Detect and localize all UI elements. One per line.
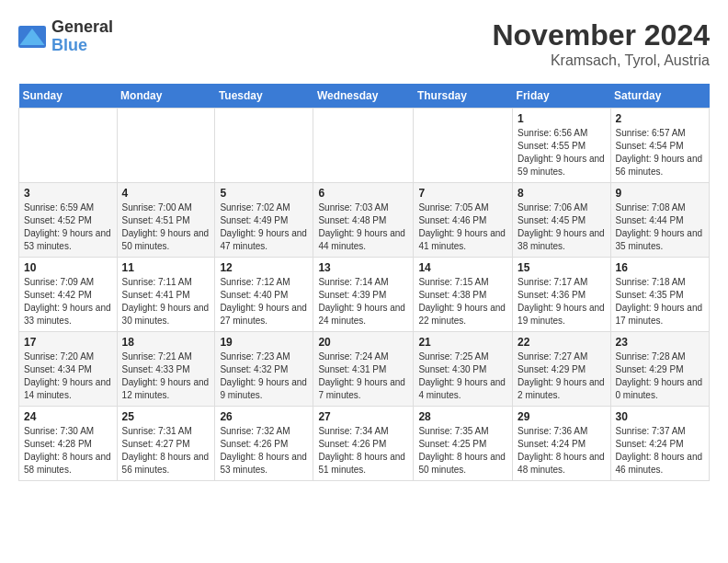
title-area: November 2024 Kramsach, Tyrol, Austria — [492, 18, 710, 69]
day-info: Sunrise: 7:24 AM Sunset: 4:31 PM Dayligh… — [318, 350, 408, 402]
day-info: Sunrise: 7:09 AM Sunset: 4:42 PM Dayligh… — [24, 276, 112, 327]
day-info: Sunrise: 7:14 AM Sunset: 4:39 PM Dayligh… — [318, 276, 408, 327]
calendar-day-cell: 18Sunrise: 7:21 AM Sunset: 4:33 PM Dayli… — [117, 332, 215, 407]
calendar-day-cell: 25Sunrise: 7:31 AM Sunset: 4:27 PM Dayli… — [117, 407, 215, 481]
day-info: Sunrise: 7:08 AM Sunset: 4:44 PM Dayligh… — [616, 201, 704, 253]
day-info: Sunrise: 7:35 AM Sunset: 4:25 PM Dayligh… — [418, 425, 507, 477]
day-number: 21 — [418, 336, 507, 349]
day-number: 9 — [616, 187, 704, 200]
logo-text: GeneralBlue — [51, 18, 113, 55]
calendar-day-cell: 7Sunrise: 7:05 AM Sunset: 4:46 PM Daylig… — [414, 183, 513, 258]
calendar-day-cell: 4Sunrise: 7:00 AM Sunset: 4:51 PM Daylig… — [117, 183, 215, 258]
calendar-day-cell: 21Sunrise: 7:25 AM Sunset: 4:30 PM Dayli… — [414, 332, 513, 407]
day-info: Sunrise: 7:32 AM Sunset: 4:26 PM Dayligh… — [220, 425, 308, 477]
calendar-day-cell: 20Sunrise: 7:24 AM Sunset: 4:31 PM Dayli… — [313, 332, 414, 407]
day-info: Sunrise: 7:28 AM Sunset: 4:29 PM Dayligh… — [616, 350, 704, 402]
calendar-day-cell: 16Sunrise: 7:18 AM Sunset: 4:35 PM Dayli… — [610, 258, 709, 332]
calendar-week-row: 1Sunrise: 6:56 AM Sunset: 4:55 PM Daylig… — [19, 109, 710, 183]
calendar-day-cell: 9Sunrise: 7:08 AM Sunset: 4:44 PM Daylig… — [610, 183, 709, 258]
calendar-table: SundayMondayTuesdayWednesdayThursdayFrid… — [18, 84, 710, 481]
calendar-day-cell: 10Sunrise: 7:09 AM Sunset: 4:42 PM Dayli… — [19, 258, 118, 332]
day-number: 28 — [418, 410, 507, 423]
page-header: GeneralBlue November 2024 Kramsach, Tyro… — [18, 18, 710, 69]
day-info: Sunrise: 6:57 AM Sunset: 4:54 PM Dayligh… — [616, 127, 704, 178]
weekday-header-wednesday: Wednesday — [313, 84, 414, 109]
day-info: Sunrise: 7:03 AM Sunset: 4:48 PM Dayligh… — [318, 201, 408, 253]
location-title: Kramsach, Tyrol, Austria — [492, 52, 710, 69]
calendar-day-cell: 15Sunrise: 7:17 AM Sunset: 4:36 PM Dayli… — [513, 258, 610, 332]
logo-icon — [18, 26, 46, 48]
day-number: 12 — [220, 261, 308, 274]
day-number: 2 — [616, 112, 704, 125]
calendar-day-cell: 6Sunrise: 7:03 AM Sunset: 4:48 PM Daylig… — [313, 183, 414, 258]
day-info: Sunrise: 7:36 AM Sunset: 4:24 PM Dayligh… — [518, 425, 605, 477]
calendar-empty-cell — [19, 109, 118, 183]
calendar-day-cell: 13Sunrise: 7:14 AM Sunset: 4:39 PM Dayli… — [313, 258, 414, 332]
day-info: Sunrise: 7:18 AM Sunset: 4:35 PM Dayligh… — [616, 276, 704, 327]
day-info: Sunrise: 7:02 AM Sunset: 4:49 PM Dayligh… — [220, 201, 308, 253]
month-title: November 2024 — [492, 18, 710, 52]
day-info: Sunrise: 7:34 AM Sunset: 4:26 PM Dayligh… — [318, 425, 408, 477]
calendar-day-cell: 1Sunrise: 6:56 AM Sunset: 4:55 PM Daylig… — [513, 109, 610, 183]
day-number: 13 — [318, 261, 408, 274]
weekday-header-sunday: Sunday — [19, 84, 118, 109]
weekday-header-friday: Friday — [513, 84, 610, 109]
day-number: 23 — [616, 336, 704, 349]
day-number: 26 — [220, 410, 308, 423]
calendar-empty-cell — [117, 109, 215, 183]
day-info: Sunrise: 7:05 AM Sunset: 4:46 PM Dayligh… — [418, 201, 507, 253]
day-info: Sunrise: 7:37 AM Sunset: 4:24 PM Dayligh… — [616, 425, 704, 477]
calendar-day-cell: 5Sunrise: 7:02 AM Sunset: 4:49 PM Daylig… — [215, 183, 313, 258]
calendar-day-cell: 30Sunrise: 7:37 AM Sunset: 4:24 PM Dayli… — [610, 407, 709, 481]
day-info: Sunrise: 7:00 AM Sunset: 4:51 PM Dayligh… — [122, 201, 210, 253]
calendar-day-cell: 14Sunrise: 7:15 AM Sunset: 4:38 PM Dayli… — [414, 258, 513, 332]
calendar-empty-cell — [414, 109, 513, 183]
calendar-day-cell: 12Sunrise: 7:12 AM Sunset: 4:40 PM Dayli… — [215, 258, 313, 332]
day-number: 11 — [122, 261, 210, 274]
calendar-day-cell: 28Sunrise: 7:35 AM Sunset: 4:25 PM Dayli… — [414, 407, 513, 481]
day-info: Sunrise: 7:17 AM Sunset: 4:36 PM Dayligh… — [518, 276, 605, 327]
day-number: 14 — [418, 261, 507, 274]
day-info: Sunrise: 7:15 AM Sunset: 4:38 PM Dayligh… — [418, 276, 507, 327]
day-number: 1 — [518, 112, 605, 125]
day-info: Sunrise: 7:30 AM Sunset: 4:28 PM Dayligh… — [24, 425, 112, 477]
calendar-day-cell: 3Sunrise: 6:59 AM Sunset: 4:52 PM Daylig… — [19, 183, 118, 258]
calendar-week-row: 24Sunrise: 7:30 AM Sunset: 4:28 PM Dayli… — [19, 407, 710, 481]
calendar-day-cell: 11Sunrise: 7:11 AM Sunset: 4:41 PM Dayli… — [117, 258, 215, 332]
calendar-day-cell: 19Sunrise: 7:23 AM Sunset: 4:32 PM Dayli… — [215, 332, 313, 407]
calendar-week-row: 3Sunrise: 6:59 AM Sunset: 4:52 PM Daylig… — [19, 183, 710, 258]
day-number: 4 — [122, 187, 210, 200]
calendar-day-cell: 17Sunrise: 7:20 AM Sunset: 4:34 PM Dayli… — [19, 332, 118, 407]
day-number: 6 — [318, 187, 408, 200]
weekday-header-tuesday: Tuesday — [215, 84, 313, 109]
logo: GeneralBlue — [18, 18, 113, 55]
calendar-empty-cell — [215, 109, 313, 183]
day-number: 18 — [122, 336, 210, 349]
calendar-day-cell: 8Sunrise: 7:06 AM Sunset: 4:45 PM Daylig… — [513, 183, 610, 258]
day-number: 16 — [616, 261, 704, 274]
calendar-week-row: 10Sunrise: 7:09 AM Sunset: 4:42 PM Dayli… — [19, 258, 710, 332]
day-number: 3 — [24, 187, 112, 200]
weekday-header-row: SundayMondayTuesdayWednesdayThursdayFrid… — [19, 84, 710, 109]
calendar-week-row: 17Sunrise: 7:20 AM Sunset: 4:34 PM Dayli… — [19, 332, 710, 407]
day-number: 17 — [24, 336, 112, 349]
day-number: 20 — [318, 336, 408, 349]
day-number: 8 — [518, 187, 605, 200]
calendar-empty-cell — [313, 109, 414, 183]
calendar-day-cell: 26Sunrise: 7:32 AM Sunset: 4:26 PM Dayli… — [215, 407, 313, 481]
calendar-day-cell: 24Sunrise: 7:30 AM Sunset: 4:28 PM Dayli… — [19, 407, 118, 481]
weekday-header-monday: Monday — [117, 84, 215, 109]
day-info: Sunrise: 7:21 AM Sunset: 4:33 PM Dayligh… — [122, 350, 210, 402]
day-number: 19 — [220, 336, 308, 349]
day-number: 7 — [418, 187, 507, 200]
day-info: Sunrise: 6:59 AM Sunset: 4:52 PM Dayligh… — [24, 201, 112, 253]
weekday-header-saturday: Saturday — [610, 84, 709, 109]
day-info: Sunrise: 7:27 AM Sunset: 4:29 PM Dayligh… — [518, 350, 605, 402]
day-number: 29 — [518, 410, 605, 423]
day-number: 27 — [318, 410, 408, 423]
day-info: Sunrise: 6:56 AM Sunset: 4:55 PM Dayligh… — [518, 127, 605, 178]
day-number: 22 — [518, 336, 605, 349]
day-number: 10 — [24, 261, 112, 274]
day-number: 24 — [24, 410, 112, 423]
day-info: Sunrise: 7:31 AM Sunset: 4:27 PM Dayligh… — [122, 425, 210, 477]
